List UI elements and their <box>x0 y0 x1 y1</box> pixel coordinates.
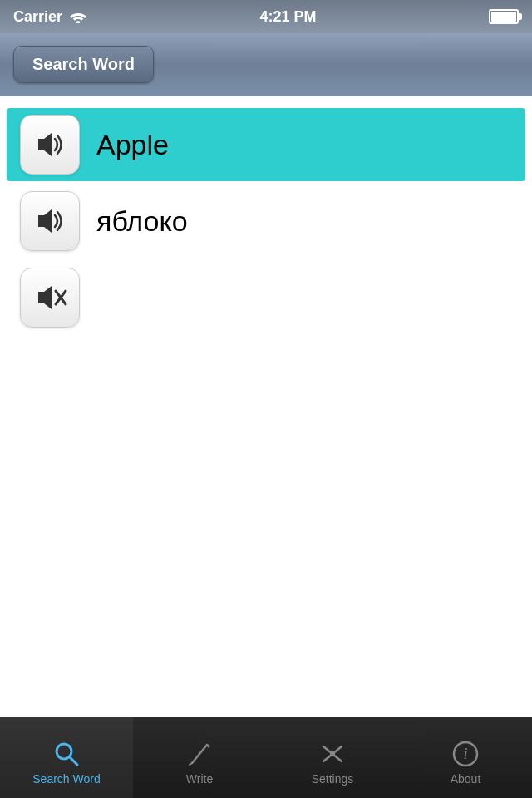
svg-marker-3 <box>38 286 52 309</box>
nav-bar: Search Word <box>0 33 532 96</box>
svg-marker-2 <box>38 209 52 233</box>
sound-button-russian[interactable] <box>20 191 80 251</box>
status-bar: Carrier 4:21 PM <box>0 0 532 33</box>
tab-search-label: Search Word <box>32 772 100 786</box>
list-item: яблоко <box>7 185 525 258</box>
status-time: 4:21 PM <box>260 8 317 26</box>
word-russian: яблоко <box>96 205 188 238</box>
search-word-nav-button[interactable]: Search Word <box>13 46 154 83</box>
tab-write-label: Write <box>186 772 213 786</box>
tab-write[interactable]: Write <box>133 717 266 798</box>
carrier-text: Carrier <box>13 8 87 26</box>
wifi-icon <box>69 10 87 23</box>
word-english: Apple <box>96 129 169 161</box>
settings-icon <box>318 739 347 769</box>
svg-point-13 <box>330 751 335 756</box>
svg-line-10 <box>207 745 209 747</box>
tab-about-label: About <box>451 772 481 786</box>
battery-icon <box>489 9 519 24</box>
search-icon <box>52 739 81 769</box>
svg-marker-1 <box>38 133 52 156</box>
speaker-mute-icon <box>32 279 68 316</box>
tab-about[interactable]: i About <box>399 717 532 798</box>
svg-line-7 <box>70 757 77 765</box>
content-area: Apple яблоко <box>0 96 532 717</box>
list-item: Apple <box>7 108 525 181</box>
tab-settings[interactable]: Settings <box>266 717 399 798</box>
speaker-on-icon <box>32 126 68 163</box>
tab-settings-label: Settings <box>312 772 354 786</box>
svg-point-0 <box>76 21 80 23</box>
about-icon: i <box>451 739 480 769</box>
svg-line-8 <box>192 745 207 763</box>
write-icon <box>185 739 214 769</box>
tab-search-word[interactable]: Search Word <box>0 717 133 798</box>
sound-button-apple[interactable] <box>20 115 80 175</box>
list-item <box>7 261 525 334</box>
tab-bar: Search Word Write Settings i <box>0 717 532 798</box>
sound-button-mute[interactable] <box>20 268 80 328</box>
svg-text:i: i <box>463 746 467 762</box>
svg-line-9 <box>190 763 192 765</box>
speaker-on-icon-2 <box>32 203 68 239</box>
